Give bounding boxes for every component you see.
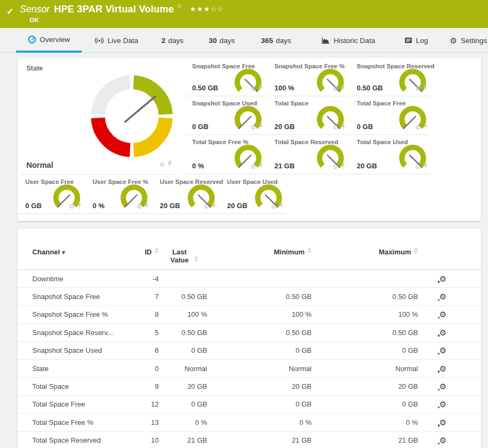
- channel-last-value: 0 GB: [159, 400, 207, 408]
- column-header-last-value[interactable]: Last Value: [159, 248, 207, 264]
- channel-settings-gear-icon[interactable]: ⚙: [440, 310, 447, 318]
- pin-icon[interactable]: [423, 84, 428, 94]
- channel-row-state[interactable]: State0NormalNormalNormal⚙: [18, 360, 481, 378]
- gear-icon[interactable]: ⚙: [69, 203, 75, 210]
- priority-stars[interactable]: ★★★☆☆: [190, 5, 224, 13]
- channel-row-total-space-free[interactable]: Total Space Free %130 %0 %0 %⚙: [18, 414, 481, 431]
- channel-maximum: Normal: [312, 365, 418, 373]
- column-header-channel[interactable]: Channel▾: [32, 248, 132, 257]
- gauge-card-actions: ⚙: [415, 84, 428, 94]
- gear-icon[interactable]: ⚙: [415, 124, 421, 131]
- channel-row-snapshot-space-free[interactable]: Snapshot Space Free %8100 %100 %100 %⚙: [18, 306, 481, 324]
- channel-row-downtime[interactable]: Downtime-4⚙: [18, 270, 481, 288]
- channels-table-panel: Channel▾IDLast ValueMinimumMaximum Downt…: [18, 229, 481, 448]
- gauge-value: 0 %: [192, 162, 204, 170]
- channel-settings-gear-icon[interactable]: ⚙: [440, 418, 447, 426]
- log-icon: [405, 37, 412, 44]
- gauge-card-user-space-reserved: User Space Reserved 20 GB⚙: [153, 175, 220, 214]
- tab-30-days[interactable]: 30days: [209, 28, 235, 53]
- tab-overview[interactable]: Overview: [16, 28, 82, 53]
- channel-row-snapshot-space-used[interactable]: Snapshot Space Used60 GB0 GB0 GB⚙: [18, 342, 481, 360]
- gauge-card-actions: ⚙: [271, 202, 284, 211]
- tab-2-days[interactable]: 2days: [161, 28, 183, 53]
- gauge-card-user-space-used: User Space Used 20 GB⚙: [221, 175, 287, 214]
- channel-id: -4: [132, 275, 159, 283]
- pin-icon[interactable]: [167, 160, 172, 169]
- prtg-sensor-page: { "colors": { "header_bg": "#a9b70d", "a…: [0, 0, 488, 448]
- tab-label: Settings: [461, 37, 487, 45]
- channel-row-total-space-reserved[interactable]: Total Space Reserved1021 GB21 GB21 GB⚙: [18, 432, 481, 448]
- pin-icon[interactable]: [258, 84, 263, 94]
- gauge-arc: [398, 66, 428, 98]
- pin-icon[interactable]: [341, 84, 345, 94]
- gauge-card-snapshot-space-reserved: Snapshot Space Reserved 0.50 GB⚙: [350, 59, 431, 96]
- channel-settings-gear-icon[interactable]: ⚙: [440, 365, 447, 373]
- channel-id: 8: [132, 310, 159, 318]
- channel-settings-gear-icon[interactable]: ⚙: [440, 436, 447, 444]
- column-label: Channel: [32, 248, 60, 256]
- gear-icon[interactable]: ⚙: [333, 163, 338, 170]
- tab-live-data[interactable]: Live Data: [95, 28, 138, 53]
- channel-minimum: 0.50 GB: [207, 293, 312, 301]
- channel-name: Downtime: [32, 275, 132, 283]
- column-header-maximum[interactable]: Maximum: [312, 248, 418, 256]
- channel-name: Total Space Free: [32, 400, 132, 408]
- channel-row-snapshot-space-free[interactable]: Snapshot Space Free70.50 GB0.50 GB0.50 G…: [18, 288, 481, 305]
- gear-icon[interactable]: ⚙: [271, 203, 277, 210]
- tab-settings[interactable]: ⚙Settings: [450, 28, 487, 53]
- tab-label: days: [168, 37, 184, 45]
- channel-settings-gear-icon[interactable]: ⚙: [440, 329, 447, 337]
- pin-icon[interactable]: [341, 123, 345, 132]
- pin-icon[interactable]: [77, 202, 82, 211]
- channel-settings-gear-icon[interactable]: ⚙: [440, 293, 447, 301]
- gauge-card-actions: ⚙: [415, 123, 428, 132]
- sort-icon[interactable]: [414, 248, 418, 253]
- gear-icon[interactable]: ⚙: [250, 163, 256, 170]
- channel-maximum: 100 %: [312, 310, 418, 318]
- gauge-title: Total Space: [274, 100, 309, 106]
- channel-maximum: 0.50 GB: [312, 293, 418, 301]
- channel-settings-gear-icon[interactable]: ⚙: [440, 346, 447, 354]
- flag-icon[interactable]: ⚐: [177, 3, 182, 10]
- channel-settings-gear-icon[interactable]: ⚙: [440, 275, 447, 283]
- pin-icon[interactable]: [423, 123, 428, 132]
- channel-maximum: 0.50 GB: [312, 329, 418, 337]
- channel-row-total-space-free[interactable]: Total Space Free120 GB0 GB0 GB⚙: [18, 396, 481, 414]
- tab-365-days[interactable]: 365days: [261, 28, 291, 53]
- pin-icon[interactable]: [211, 202, 216, 211]
- sort-icon[interactable]: [154, 248, 159, 253]
- gear-icon[interactable]: ⚙: [415, 163, 421, 170]
- sort-icon[interactable]: [194, 256, 199, 261]
- channel-settings-gear-icon[interactable]: ⚙: [440, 400, 447, 408]
- column-header-minimum[interactable]: Minimum: [207, 248, 312, 256]
- gear-icon[interactable]: ⚙: [159, 161, 165, 168]
- pin-icon[interactable]: [258, 123, 263, 132]
- gear-icon[interactable]: ⚙: [333, 86, 338, 92]
- gauge-value: 0.50 GB: [192, 84, 218, 92]
- tab-label: Log: [416, 37, 428, 45]
- pin-icon[interactable]: [341, 162, 345, 172]
- sort-icon[interactable]: [307, 248, 312, 253]
- pin-icon[interactable]: [279, 202, 284, 211]
- gear-icon[interactable]: ⚙: [250, 124, 256, 131]
- gear-icon[interactable]: ⚙: [333, 124, 338, 131]
- gear-icon[interactable]: ⚙: [250, 86, 256, 92]
- column-header-id[interactable]: ID: [132, 248, 159, 256]
- pin-icon[interactable]: [258, 162, 263, 172]
- gauge-card-snapshot-space-used: Snapshot Space Used 0 GB⚙: [186, 96, 266, 135]
- tab-label-number: 30: [209, 37, 217, 45]
- channel-row-total-space[interactable]: Total Space920 GB20 GB20 GB⚙: [18, 378, 481, 395]
- stars-filled: ★★★: [190, 5, 210, 13]
- pin-icon[interactable]: [423, 162, 428, 172]
- channel-minimum: 100 %: [207, 310, 312, 318]
- gauge-arc: [233, 66, 263, 98]
- gear-icon[interactable]: ⚙: [136, 203, 142, 210]
- gear-icon[interactable]: ⚙: [203, 203, 209, 210]
- channel-settings-gear-icon[interactable]: ⚙: [440, 382, 447, 390]
- tab-log[interactable]: Log: [405, 28, 428, 53]
- sensor-status-badge: OK: [30, 17, 39, 23]
- gear-icon[interactable]: ⚙: [415, 86, 421, 92]
- channel-row-snapshot-space-reserv[interactable]: Snapshot Space Reserv...50.50 GB0.50 GB0…: [18, 324, 481, 342]
- pin-icon[interactable]: [144, 202, 149, 211]
- tab-historic-data[interactable]: Historic Data: [322, 28, 375, 53]
